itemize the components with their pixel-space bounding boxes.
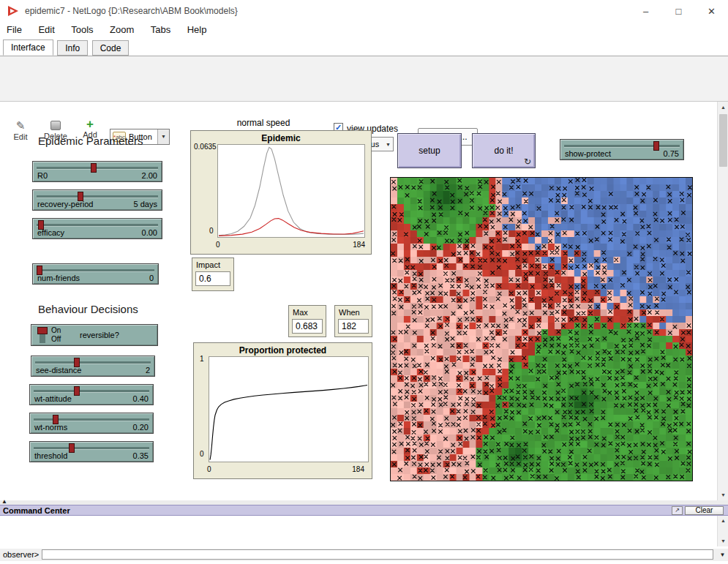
monitor-label: When [339, 308, 360, 317]
slider-track[interactable] [34, 418, 149, 421]
chevron-down-icon: ▼ [157, 129, 169, 144]
command-input[interactable] [42, 549, 713, 560]
scroll-down-icon[interactable]: ▼ [718, 489, 728, 500]
tab-info[interactable]: Info [57, 40, 88, 56]
scrollbar-thumb[interactable] [719, 114, 727, 167]
edit-tool-label: Edit [9, 132, 32, 141]
slider-thumb[interactable] [74, 386, 80, 396]
pencil-icon: ✎ [9, 119, 32, 132]
slider-track[interactable] [37, 269, 154, 271]
slider-value: 2 [146, 366, 150, 375]
slider-value: 0.35 [133, 451, 149, 460]
monitor-value: 0.6 [195, 271, 230, 286]
slider-track[interactable] [37, 195, 158, 198]
clear-button[interactable]: Clear [685, 506, 724, 515]
menu-tools[interactable]: Tools [64, 22, 100, 38]
command-output-scrollbar[interactable]: ▲ ▼ [717, 516, 728, 546]
slider-show-protect[interactable]: show-protect 0.75 [560, 139, 684, 160]
tab-code[interactable]: Code [92, 40, 130, 56]
slider-see-distance[interactable]: see-distance 2 [31, 356, 155, 377]
x-max-label: 184 [352, 465, 364, 473]
close-button[interactable]: ✕ [695, 0, 728, 22]
plot-area [209, 356, 369, 462]
chevron-down-icon: ▼ [720, 552, 726, 558]
window-title: epidemic7 - NetLogo {D:\Research\ABM Boo… [25, 6, 238, 16]
command-input-row: observer> ▼ [0, 549, 728, 561]
history-dropdown-button[interactable]: ▼ [717, 549, 728, 561]
forever-loop-icon: ↻ [524, 157, 531, 167]
slider-recovery-period[interactable]: recovery-period 5 days [32, 189, 162, 211]
slider-value: 5 days [134, 200, 157, 208]
when-monitor: When 182 [334, 305, 372, 337]
max-monitor: Max 0.683 [288, 305, 326, 337]
setup-button[interactable]: setup [397, 133, 462, 168]
tab-interface[interactable]: Interface [3, 40, 53, 56]
command-center-output[interactable] [0, 516, 728, 546]
epidemic-plot-canvas [218, 145, 364, 237]
slider-track[interactable] [37, 167, 158, 169]
switch-off-label: Off [51, 335, 61, 343]
export-icon: ↗ [675, 507, 680, 514]
menu-help[interactable]: Help [181, 22, 214, 38]
slider-wt-norms[interactable]: wt-norms 0.20 [29, 413, 154, 434]
speed-slider-label: normal speed [198, 118, 329, 128]
slider-wt-attitude[interactable]: wt-attitude 0.40 [29, 384, 154, 405]
slider-label: recovery-period [37, 200, 93, 208]
close-icon: ✕ [708, 6, 716, 17]
chevron-down-icon: ▼ [386, 138, 391, 151]
y-max-label: 1 [200, 355, 204, 363]
plot-area [217, 144, 365, 238]
scroll-down-icon[interactable]: ▼ [718, 536, 728, 546]
slider-label: wt-norms [34, 423, 67, 432]
menu-zoom[interactable]: Zoom [103, 22, 140, 38]
maximize-button[interactable]: □ [662, 0, 695, 22]
switch-reversible[interactable]: On Off reversible? [31, 324, 158, 346]
scroll-up-icon[interactable]: ▲ [718, 516, 728, 526]
slider-efficacy[interactable]: efficacy 0.00 [32, 218, 162, 239]
slider-track[interactable] [564, 145, 680, 147]
slider-value: 0 [149, 274, 154, 282]
slider-track[interactable] [34, 390, 149, 392]
delete-icon [50, 121, 61, 130]
menu-file[interactable]: File [0, 22, 29, 38]
slider-value: 0.20 [133, 423, 149, 432]
slider-track[interactable] [35, 361, 151, 364]
slider-value: 0.40 [133, 394, 149, 403]
monitor-label: Impact [196, 260, 220, 269]
slider-num-friends[interactable]: num-friends 0 [32, 263, 159, 285]
minimize-button[interactable]: – [629, 0, 662, 22]
slider-track[interactable] [34, 447, 149, 449]
proportion-protected-plot: Proportion protected 1 0 0 184 [193, 342, 372, 479]
slider-thumb[interactable] [91, 163, 97, 173]
switch-thumb[interactable] [37, 327, 48, 334]
menu-bar: File Edit Tools Zoom Tabs Help [0, 22, 728, 38]
epidemic-plot: Epidemic 0.0635 0 0 184 [190, 130, 372, 255]
menu-edit[interactable]: Edit [31, 22, 61, 38]
y-min-label: 0 [200, 450, 204, 458]
behaviour-decisions-heading: Behaviour Decisions [38, 303, 138, 315]
proportion-plot-canvas [209, 357, 368, 462]
slider-thumb[interactable] [653, 141, 659, 151]
monitor-value: 182 [338, 319, 369, 334]
setup-button-label: setup [419, 146, 440, 156]
detach-button[interactable]: ↗ [672, 506, 683, 515]
slider-thumb[interactable] [69, 443, 75, 453]
slider-label: see-distance [36, 366, 81, 375]
epidemic-parameters-heading: Epidemic Parameters [38, 135, 143, 147]
do-it-button[interactable]: do it! ↻ [472, 133, 536, 168]
x-max-label: 184 [353, 241, 365, 249]
observer-prompt: observer> [3, 550, 39, 559]
slider-track[interactable] [37, 224, 158, 226]
edit-tool-button[interactable]: ✎ Edit [9, 119, 32, 141]
slider-label: show-protect [565, 149, 611, 158]
main-scrollbar[interactable]: ▲ ▼ [717, 102, 728, 500]
splitter-up-icon[interactable]: ▲ [1, 498, 7, 505]
do-it-button-label: do it! [494, 146, 513, 156]
slider-r0[interactable]: R0 2.00 [32, 161, 162, 182]
menu-tabs[interactable]: Tabs [144, 22, 177, 38]
slider-threshold[interactable]: threshold 0.35 [29, 441, 154, 462]
slider-value: 0.75 [664, 149, 679, 158]
switch-name-label: reversible? [80, 331, 119, 339]
scroll-up-icon[interactable]: ▲ [718, 102, 728, 113]
plus-icon: + [78, 119, 102, 130]
